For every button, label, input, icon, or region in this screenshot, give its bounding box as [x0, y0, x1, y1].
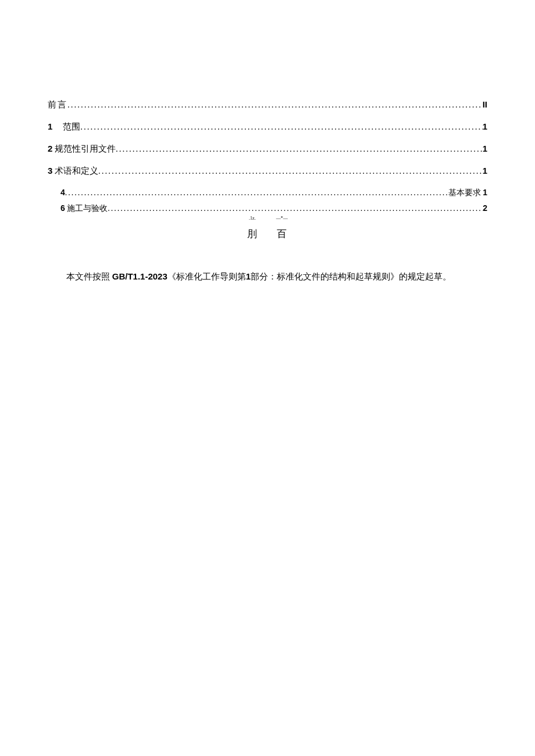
toc-entry-terms: 3 术语和定义 1: [48, 164, 487, 178]
toc-leader-dots: [116, 142, 483, 156]
toc-page: 基本要求 1: [448, 186, 487, 199]
toc-leader-dots: [80, 120, 482, 134]
toc-label: 2 规范性引用文件: [48, 142, 116, 156]
toc-page: 2: [483, 202, 487, 214]
toc-leader-dots: [65, 187, 448, 199]
toc-label: 前言: [48, 98, 67, 112]
toc-page: 1: [483, 164, 487, 178]
toc-entry-construction-acceptance: 6 施工与验收 2: [48, 202, 487, 215]
toc-label: 6 施工与验收: [60, 202, 108, 215]
toc-leader-dots: [108, 202, 483, 215]
toc-page: 1: [483, 120, 487, 134]
toc-leader-dots: [98, 164, 483, 178]
artifact-tiny-right: —*—: [276, 216, 288, 221]
standard-code: GB/T1.1-2023: [112, 271, 167, 281]
toc-label: 3 术语和定义: [48, 164, 98, 178]
toc-entry-foreword: 前言 II: [48, 98, 487, 112]
document-page: 前言 II 1范围 1 2 规范性引用文件 1 3 术语和定义 1 4 基本要求…: [0, 0, 535, 285]
section-heading-artifact: .1z. 刖 —*— 百: [48, 219, 487, 244]
toc-label: 4: [60, 186, 65, 199]
toc-leader-dots: [67, 98, 483, 112]
para-text: 《标准化工作导则第: [167, 272, 246, 281]
drafting-basis-paragraph: 本文件按照 GB/T1.1-2023《标准化工作导则第1部分：标准化文件的结构和…: [48, 268, 487, 285]
artifact-char-left: 刖: [247, 228, 257, 239]
toc-entry-basic-requirements: 4 基本要求 1: [48, 186, 487, 199]
para-text: 本文件按照: [66, 272, 112, 281]
table-of-contents: 前言 II 1范围 1 2 规范性引用文件 1 3 术语和定义 1 4 基本要求…: [48, 98, 487, 216]
toc-entry-normative-refs: 2 规范性引用文件 1: [48, 142, 487, 156]
para-text: 部分：标准化文件的结构和起草规则》的规定起草。: [251, 272, 451, 281]
artifact-tiny-left: .1z.: [249, 216, 256, 221]
part-number: 1: [246, 271, 251, 281]
toc-page: 1: [483, 142, 487, 156]
toc-page: II: [483, 98, 487, 112]
toc-label: 1范围: [48, 120, 80, 134]
toc-entry-scope: 1范围 1: [48, 120, 487, 134]
artifact-char-right: 百: [277, 228, 287, 239]
